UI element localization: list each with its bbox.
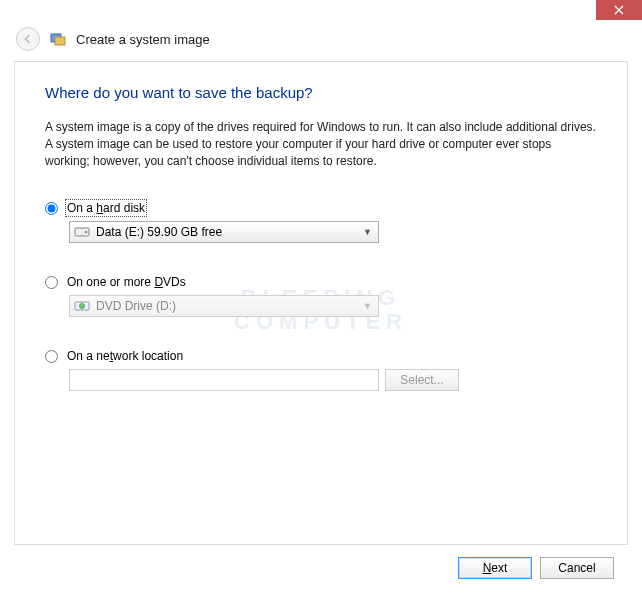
dvd-combo: DVD Drive (D:) ▼ bbox=[69, 295, 379, 317]
radio-hard-disk[interactable] bbox=[45, 202, 58, 215]
footer: Next Cancel bbox=[0, 545, 642, 579]
wizard-content: BLEEPING COMPUTER Where do you want to s… bbox=[14, 61, 628, 545]
hard-disk-combo[interactable]: Data (E:) 59.90 GB free ▼ bbox=[69, 221, 379, 243]
close-icon bbox=[614, 5, 624, 15]
window-title: Create a system image bbox=[76, 32, 210, 47]
option-network: On a network location Select... bbox=[45, 349, 597, 391]
radio-network-label[interactable]: On a network location bbox=[67, 349, 183, 363]
cancel-button[interactable]: Cancel bbox=[540, 557, 614, 579]
dvd-drive-icon bbox=[74, 298, 90, 314]
svg-point-3 bbox=[85, 231, 88, 234]
radio-hard-disk-label[interactable]: On a hard disk bbox=[67, 201, 145, 215]
next-button[interactable]: Next bbox=[458, 557, 532, 579]
back-arrow-icon bbox=[21, 32, 35, 46]
svg-point-5 bbox=[80, 304, 85, 309]
wizard-description: A system image is a copy of the drives r… bbox=[45, 119, 597, 169]
select-network-button: Select... bbox=[385, 369, 459, 391]
hard-disk-combo-value: Data (E:) 59.90 GB free bbox=[96, 225, 222, 239]
network-path-input bbox=[69, 369, 379, 391]
wizard-heading: Where do you want to save the backup? bbox=[45, 84, 597, 101]
chevron-down-icon: ▼ bbox=[363, 227, 372, 237]
back-button[interactable] bbox=[16, 27, 40, 51]
system-image-icon bbox=[50, 31, 66, 47]
close-button[interactable] bbox=[596, 0, 642, 20]
svg-rect-1 bbox=[55, 37, 65, 45]
option-hard-disk: On a hard disk Data (E:) 59.90 GB free ▼ bbox=[45, 201, 597, 243]
chevron-down-icon: ▼ bbox=[363, 301, 372, 311]
dvd-combo-value: DVD Drive (D:) bbox=[96, 299, 176, 313]
drive-icon bbox=[74, 224, 90, 240]
header-row: Create a system image bbox=[0, 27, 642, 61]
radio-network[interactable] bbox=[45, 350, 58, 363]
option-dvds: On one or more DVDs DVD Drive (D:) ▼ bbox=[45, 275, 597, 317]
radio-dvds-label[interactable]: On one or more DVDs bbox=[67, 275, 186, 289]
radio-dvds[interactable] bbox=[45, 276, 58, 289]
titlebar bbox=[0, 0, 642, 27]
